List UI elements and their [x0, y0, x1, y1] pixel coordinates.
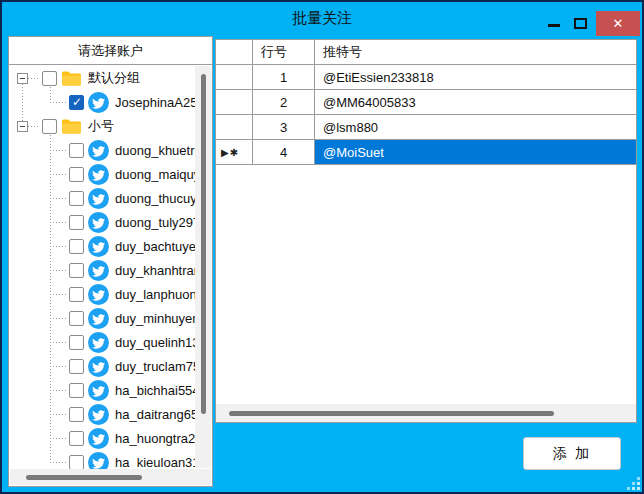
- account-checkbox[interactable]: [69, 311, 84, 326]
- tree-account-row[interactable]: duy_lanphuong: [9, 282, 212, 306]
- titlebar[interactable]: 批量关注 ✕: [2, 2, 642, 36]
- line-number-cell[interactable]: 2: [253, 90, 315, 115]
- account-checkbox[interactable]: [69, 359, 84, 374]
- account-label: JosephinaA259: [115, 95, 205, 110]
- grid-rows: 1 @EtiEssien233818 2 @MM64005833 3 @lsm8…: [216, 65, 636, 165]
- account-checkbox[interactable]: [69, 287, 84, 302]
- twitter-icon: [88, 188, 109, 209]
- collapse-toggle-icon[interactable]: [17, 73, 28, 84]
- column-header-line-number[interactable]: 行号: [253, 40, 315, 65]
- account-label: duy_minhuyen5: [115, 311, 207, 326]
- tree-account-row[interactable]: duy_minhuyen5: [9, 306, 212, 330]
- tree-vertical-scrollbar-thumb[interactable]: [201, 74, 206, 414]
- grid-row[interactable]: 1 @EtiEssien233818: [216, 65, 636, 90]
- grid-row[interactable]: 3 @lsm880: [216, 115, 636, 140]
- account-checkbox[interactable]: [69, 455, 84, 470]
- row-header-cell[interactable]: [216, 65, 253, 90]
- tree-account-row[interactable]: duong_khuetru: [9, 138, 212, 162]
- account-tree: 默认分组 JosephinaA259 小号: [9, 66, 212, 486]
- tree-account-row[interactable]: duy_bachtuyet8: [9, 234, 212, 258]
- tree-account-row[interactable]: duy_truclam759: [9, 354, 212, 378]
- tree-connector-line: [50, 438, 67, 439]
- resize-grip-icon[interactable]: [637, 487, 640, 490]
- twitter-handle-cell[interactable]: @EtiEssien233818: [315, 65, 636, 90]
- tree-account-row[interactable]: duong_tuly297: [9, 210, 212, 234]
- tree-connector-line: [50, 294, 67, 295]
- grid-row[interactable]: ▶✱ 4 @MoiSuet: [216, 140, 636, 165]
- tree-vertical-scrollbar[interactable]: [195, 66, 211, 468]
- account-label: ha_huongtra29: [115, 431, 202, 446]
- tree-account-row[interactable]: JosephinaA259: [9, 90, 212, 114]
- tree-connector-line: [50, 414, 67, 415]
- group-checkbox[interactable]: [42, 71, 57, 86]
- account-label: duong_khuetru: [115, 143, 202, 158]
- row-header-cell[interactable]: ▶✱: [216, 140, 253, 165]
- account-label: duy_quelinh133: [115, 335, 207, 350]
- grid-row[interactable]: 2 @MM64005833: [216, 90, 636, 115]
- account-checkbox[interactable]: [69, 263, 84, 278]
- minimize-button[interactable]: [548, 24, 560, 27]
- tree-account-row[interactable]: duy_quelinh133: [9, 330, 212, 354]
- tree-account-row[interactable]: duong_maiquy: [9, 162, 212, 186]
- tree-group-row[interactable]: 小号: [9, 114, 212, 138]
- twitter-icon: [88, 380, 109, 401]
- account-tree-panel: 请选择账户 默认分组 JosephinaA259: [8, 36, 213, 487]
- account-checkbox[interactable]: [69, 95, 84, 110]
- twitter-handle-cell[interactable]: @lsm880: [315, 115, 636, 140]
- account-checkbox[interactable]: [69, 215, 84, 230]
- row-header-cell[interactable]: [216, 115, 253, 140]
- tree-connector-line: [50, 270, 67, 271]
- maximize-button[interactable]: [574, 18, 587, 29]
- tree-connector-line: [50, 150, 67, 151]
- window-content: 请选择账户 默认分组 JosephinaA259: [8, 36, 637, 487]
- column-header-twitter-handle[interactable]: 推特号: [315, 40, 636, 65]
- collapse-toggle-icon[interactable]: [17, 121, 28, 132]
- tree-account-row[interactable]: duy_khanhtran: [9, 258, 212, 282]
- tree-horizontal-scrollbar[interactable]: [10, 469, 211, 485]
- grid-horizontal-scrollbar[interactable]: [216, 404, 636, 422]
- twitter-handle-cell[interactable]: @MM64005833: [315, 90, 636, 115]
- row-header-cell[interactable]: [216, 90, 253, 115]
- tree-account-row[interactable]: ha_daitrang658: [9, 402, 212, 426]
- tree-account-row[interactable]: ha_huongtra29: [9, 426, 212, 450]
- tree-connector-line: [50, 102, 67, 103]
- account-checkbox[interactable]: [69, 239, 84, 254]
- twitter-icon: [88, 92, 109, 113]
- current-row-indicator-icon: ▶✱: [221, 147, 239, 158]
- grid-header-row: 行号 推特号: [216, 40, 636, 65]
- account-checkbox[interactable]: [69, 167, 84, 182]
- line-number-cell[interactable]: 3: [253, 115, 315, 140]
- account-checkbox[interactable]: [69, 335, 84, 350]
- grid-horizontal-scrollbar-thumb[interactable]: [229, 411, 554, 416]
- group-label: 默认分组: [88, 69, 140, 87]
- account-checkbox[interactable]: [69, 143, 84, 158]
- tree-horizontal-scrollbar-thumb[interactable]: [26, 475, 142, 480]
- account-label: duy_khanhtran: [115, 263, 201, 278]
- group-checkbox[interactable]: [42, 119, 57, 134]
- tree-group-row[interactable]: 默认分组: [9, 66, 212, 90]
- tree-connector-line: [50, 222, 67, 223]
- tree-connector-line: [50, 246, 67, 247]
- add-button[interactable]: 添 加: [523, 437, 621, 470]
- window-title: 批量关注: [2, 9, 642, 28]
- line-number-cell[interactable]: 1: [253, 65, 315, 90]
- twitter-icon: [88, 164, 109, 185]
- account-checkbox[interactable]: [69, 383, 84, 398]
- tree-account-row[interactable]: duong_thucuye: [9, 186, 212, 210]
- close-button[interactable]: ✕: [596, 11, 640, 36]
- account-checkbox[interactable]: [69, 431, 84, 446]
- account-checkbox[interactable]: [69, 407, 84, 422]
- tree-connector-line: [50, 462, 67, 463]
- account-checkbox[interactable]: [69, 191, 84, 206]
- twitter-icon: [88, 284, 109, 305]
- account-label: duy_bachtuyet8: [115, 239, 207, 254]
- twitter-icon: [88, 212, 109, 233]
- account-label: ha_bichhai5543: [115, 383, 207, 398]
- line-number-cell[interactable]: 4: [253, 140, 315, 165]
- twitter-icon: [88, 332, 109, 353]
- tree-account-row[interactable]: ha_bichhai5543: [9, 378, 212, 402]
- tree-connector-line: [50, 174, 67, 175]
- twitter-icon: [88, 356, 109, 377]
- twitter-icon: [88, 140, 109, 161]
- twitter-handle-cell[interactable]: @MoiSuet: [315, 140, 636, 165]
